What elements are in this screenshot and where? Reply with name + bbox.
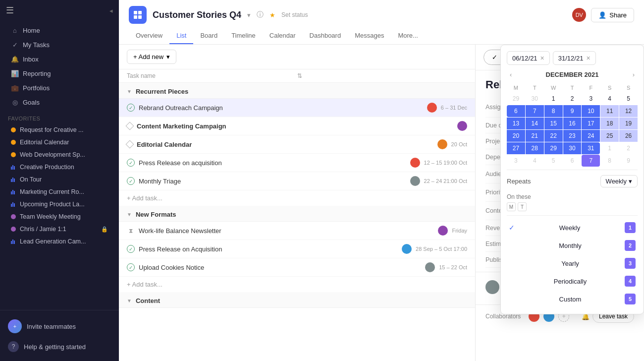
calendar-day[interactable]: 30 [563, 142, 582, 154]
option-weekly[interactable]: ✓ Weekly 1 [507, 219, 638, 237]
task-diamond-icon[interactable] [126, 140, 134, 149]
table-row[interactable]: ✓ Press Release on Acquisition 28 Sep – … [119, 240, 475, 258]
calendar-day[interactable]: 29 [544, 142, 563, 154]
task-check-icon[interactable]: ✓ [127, 104, 135, 112]
sidebar-item-chris-jamie[interactable]: Chris / Jamie 1:1 🔒 [3, 223, 116, 235]
calendar-day[interactable]: 2 [619, 142, 638, 154]
sidebar-item-editorial-calendar[interactable]: Editorial Calendar [3, 136, 116, 148]
option-yearly[interactable]: Yearly 3 [507, 254, 638, 272]
sidebar-item-lead-generation[interactable]: Lead Generation Cam... [3, 236, 116, 247]
calendar-day[interactable]: 5 [544, 155, 563, 167]
end-date-chip[interactable]: 31/12/21 × [553, 51, 596, 65]
calendar-day[interactable]: 16 [563, 118, 582, 129]
calendar-day[interactable]: 6 [563, 155, 582, 167]
table-row[interactable]: ✓ Rebrand Outreach Campaign 6 – 31 Dec [119, 99, 475, 117]
repeats-select[interactable]: Weekly ▾ [600, 175, 638, 187]
tab-dashboard[interactable]: Dashboard [303, 28, 348, 44]
sidebar-item-on-tour[interactable]: On Tour [3, 174, 116, 185]
section-new-formats[interactable]: ▼ New Formats [119, 206, 475, 222]
next-month-button[interactable]: › [630, 70, 638, 79]
share-button[interactable]: 👤 Share [591, 8, 634, 22]
table-row[interactable]: ✓ Press Release on acquisition 12 – 15 1… [119, 154, 475, 172]
calendar-day[interactable]: 9 [563, 105, 582, 117]
calendar-day[interactable]: 27 [507, 142, 525, 154]
calendar-day[interactable]: 7 [526, 105, 544, 117]
option-custom[interactable]: Custom 5 [507, 290, 638, 308]
tab-list[interactable]: List [169, 28, 193, 44]
table-row[interactable]: ✓ Upload Cookies Notice 15 – 22 Oct [119, 258, 475, 277]
task-check-icon[interactable]: ✓ [127, 177, 135, 185]
info-icon[interactable]: ⓘ [257, 10, 264, 19]
collapse-icon[interactable]: ◂ [109, 7, 113, 14]
calendar-day[interactable]: 21 [526, 130, 544, 142]
calendar-day[interactable]: 4 [526, 155, 544, 167]
option-periodically[interactable]: Periodically 4 [507, 272, 638, 290]
calendar-day[interactable]: 24 [582, 130, 600, 142]
calendar-day[interactable]: 6 [507, 105, 525, 117]
calendar-day[interactable]: 9 [619, 155, 638, 167]
day-check-m[interactable]: M [507, 202, 516, 211]
task-check-icon[interactable]: ✓ [127, 245, 135, 253]
invite-teammates-button[interactable]: + Invite teammates [0, 315, 119, 337]
table-row[interactable]: Editorial Calendar 20 Oct [119, 135, 475, 154]
start-date-chip[interactable]: 06/12/21 × [507, 51, 550, 65]
calendar-day[interactable]: 12 [619, 105, 638, 117]
sidebar-toggle[interactable]: ☰ [6, 5, 14, 16]
clear-end-date-button[interactable]: × [586, 54, 590, 62]
task-check-icon[interactable]: ✓ [127, 263, 135, 271]
calendar-day[interactable]: 1 [544, 93, 563, 105]
calendar-day[interactable]: 11 [600, 105, 619, 117]
calendar-day[interactable]: 1 [600, 142, 619, 154]
sidebar-item-inbox[interactable]: 🔔 Inbox [3, 52, 116, 66]
calendar-day[interactable]: 31 [582, 142, 600, 154]
dropdown-icon[interactable]: ▾ [247, 11, 251, 19]
calendar-day[interactable]: 17 [582, 118, 600, 129]
sidebar-item-reporting[interactable]: 📊 Reporting [3, 66, 116, 80]
calendar-day[interactable]: 28 [526, 142, 544, 154]
day-check-t[interactable]: T [518, 202, 527, 211]
clear-start-date-button[interactable]: × [540, 54, 544, 62]
calendar-day[interactable]: 4 [600, 93, 619, 105]
add-task-new-formats[interactable]: + Add task... [119, 277, 475, 292]
tab-messages[interactable]: Messages [348, 28, 391, 44]
calendar-day[interactable]: 14 [526, 118, 544, 129]
calendar-day[interactable]: 18 [600, 118, 619, 129]
tab-calendar[interactable]: Calendar [263, 28, 303, 44]
calendar-day[interactable]: 8 [600, 155, 619, 167]
table-row[interactable]: Content Marketing Campaign [119, 117, 475, 135]
sidebar-item-web-development[interactable]: Web Development Sp... [3, 149, 116, 161]
calendar-day[interactable]: 13 [507, 118, 525, 129]
set-status[interactable]: Set status [281, 11, 308, 18]
table-row[interactable]: ⧗ Work-life Balance Newsletter Friday [119, 222, 475, 240]
section-content[interactable]: ▼ Content [119, 292, 475, 308]
calendar-day[interactable]: 10 [582, 105, 600, 117]
task-diamond-icon[interactable] [126, 122, 134, 130]
prev-month-button[interactable]: ‹ [507, 70, 515, 79]
sidebar-item-upcoming-product[interactable]: Upcoming Product La... [3, 198, 116, 210]
calendar-day[interactable]: 29 [507, 93, 525, 105]
calendar-day[interactable]: 8 [544, 105, 563, 117]
sidebar-item-team-weekly[interactable]: Team Weekly Meeting [3, 211, 116, 223]
calendar-day[interactable]: 2 [563, 93, 582, 105]
section-recurrent-pieces[interactable]: ▼ Recurrent Pieces [119, 83, 475, 99]
sidebar-item-marketing-current[interactable]: Marketing Current Ro... [3, 186, 116, 198]
sidebar-item-creative-production[interactable]: Creative Production [3, 161, 116, 173]
calendar-day[interactable]: 22 [544, 130, 563, 142]
sidebar-item-portfolios[interactable]: 💼 Portfolios [3, 81, 116, 95]
sort-icon[interactable]: ⇅ [297, 72, 468, 79]
tab-overview[interactable]: Overview [129, 28, 169, 44]
add-task-recurrent[interactable]: + Add task... [119, 190, 475, 206]
calendar-day[interactable]: 20 [507, 130, 525, 142]
calendar-day[interactable]: 26 [619, 130, 638, 142]
calendar-day[interactable]: 30 [526, 93, 544, 105]
add-new-button[interactable]: + Add new ▾ [127, 50, 176, 64]
task-check-icon[interactable]: ✓ [127, 159, 135, 167]
calendar-day[interactable]: 19 [619, 118, 638, 129]
help-button[interactable]: ? Help & getting started [0, 337, 119, 356]
tab-more[interactable]: More... [391, 28, 425, 44]
calendar-day[interactable]: 25 [600, 130, 619, 142]
tab-board[interactable]: Board [193, 28, 224, 44]
calendar-day[interactable]: 5 [619, 93, 638, 105]
calendar-day[interactable]: 3 [507, 155, 525, 167]
calendar-day[interactable]: 15 [544, 118, 563, 129]
